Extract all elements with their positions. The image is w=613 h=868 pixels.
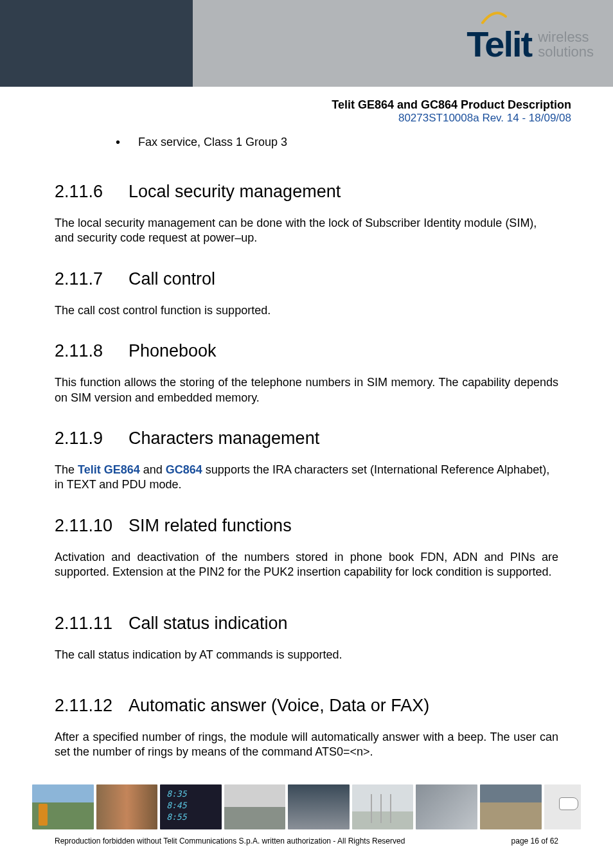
section-title: Local security management [129,182,341,202]
logo-text: Telit [466,22,531,64]
section-body: The call cost control function is suppor… [55,303,558,318]
section-number: 2.11.10 [55,516,129,536]
footer-thumb-4 [224,784,286,829]
doc-revision: 80273ST10008a Rev. 14 - 18/09/08 [0,112,571,125]
section-heading: 2.11.11 Call status indication [55,614,558,633]
text-part: and [140,463,166,476]
section-title: SIM related functions [129,516,292,536]
tagline-line-1: wireless [538,30,594,44]
section-2-11-6: 2.11.6 Local security management The loc… [55,182,558,246]
logo-tagline: wireless solutions [538,30,594,64]
section-heading: 2.11.8 Phonebook [55,341,558,361]
brand-text: Telit [466,23,531,64]
section-heading: 2.11.10 SIM related functions [55,516,558,536]
section-number: 2.11.9 [55,429,129,448]
section-body: The Telit GE864 and GC864 supports the I… [55,463,558,493]
footer-copyright: Reproduction forbidden without Telit Com… [55,837,405,846]
footer-thumb-6 [352,784,414,829]
section-heading: 2.11.7 Call control [55,269,558,289]
section-title: Call control [129,269,215,289]
section-number: 2.11.7 [55,269,129,289]
section-body: The local security management can be don… [55,216,558,246]
section-number: 2.11.8 [55,341,129,361]
banner-right-block: Telit wireless solutions [193,0,613,87]
section-title: Automatic answer (Voice, Data or FAX) [129,696,429,716]
footer-thumb-5 [288,784,350,829]
logo: Telit wireless solutions [466,22,594,64]
bullet-text: Fax service, Class 1 Group 3 [138,136,287,149]
footer-thumb-7 [416,784,477,829]
section-2-11-12: 2.11.12 Automatic answer (Voice, Data or… [55,696,558,760]
section-title: Characters management [129,429,319,448]
section-heading: 2.11.6 Local security management [55,182,558,202]
footer-thumb-3 [160,784,222,829]
footer-page-number: page 16 of 62 [511,837,558,846]
section-heading: 2.11.12 Automatic answer (Voice, Data or… [55,696,558,716]
section-number: 2.11.12 [55,696,129,716]
footer-thumb-2 [96,784,158,829]
bullet-icon: • [116,135,120,150]
footer-thumb-9 [544,784,581,829]
footer-thumb-8 [480,784,542,829]
logo-swoosh-icon [481,11,507,24]
content-area: • Fax service, Class 1 Group 3 2.11.6 Lo… [0,125,613,760]
banner-left-block [0,0,193,87]
top-banner: Telit wireless solutions [0,0,613,87]
doc-header: Telit GE864 and GC864 Product Descriptio… [0,87,613,125]
product-name-gc864: GC864 [166,463,202,476]
section-body: The call status indication by AT command… [55,648,558,662]
text-part: The [55,463,78,476]
product-name-ge864: Telit GE864 [78,463,140,476]
section-2-11-9: 2.11.9 Characters management The Telit G… [55,429,558,493]
section-heading: 2.11.9 Characters management [55,429,558,448]
doc-title: Telit GE864 and GC864 Product Descriptio… [0,98,571,112]
section-number: 2.11.6 [55,182,129,202]
footer-line: Reproduction forbidden without Telit Com… [55,837,558,846]
section-2-11-7: 2.11.7 Call control The call cost contro… [55,269,558,318]
section-body: This function allows the storing of the … [55,375,558,405]
section-2-11-11: 2.11.11 Call status indication The call … [55,614,558,662]
footer-image-strip [32,784,581,829]
section-2-11-8: 2.11.8 Phonebook This function allows th… [55,341,558,405]
section-2-11-10: 2.11.10 SIM related functions Activation… [55,516,558,580]
tagline-line-2: solutions [538,44,594,59]
footer-thumb-1 [32,784,94,829]
section-number: 2.11.11 [55,614,129,633]
section-title: Call status indication [129,614,288,633]
section-body: After a specified number of rings, the m… [55,730,558,760]
section-body: Activation and deactivation of the numbe… [55,550,558,580]
bullet-item: • Fax service, Class 1 Group 3 [55,135,558,150]
section-title: Phonebook [129,341,217,361]
